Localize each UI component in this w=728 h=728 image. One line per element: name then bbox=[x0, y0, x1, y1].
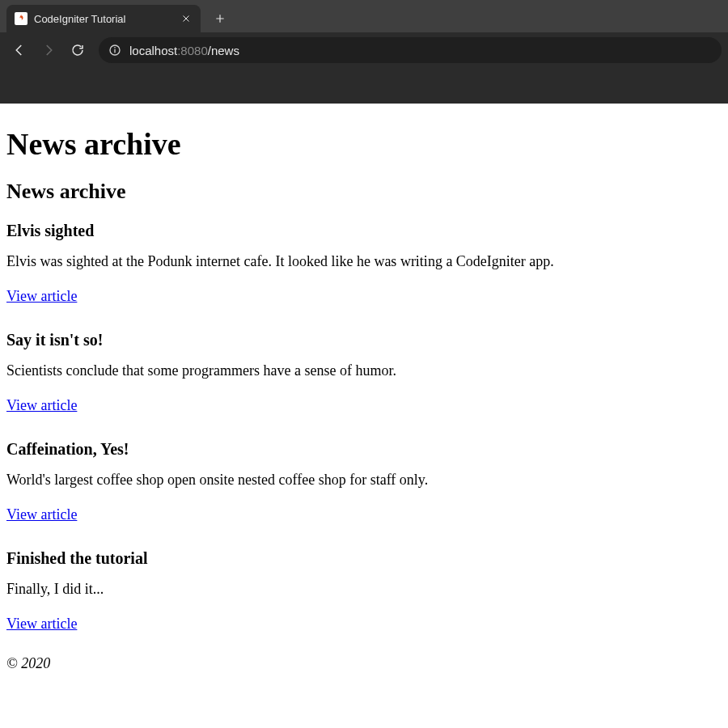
view-article-link[interactable]: View article bbox=[6, 288, 77, 305]
new-tab-button[interactable] bbox=[209, 7, 231, 30]
page-footer: © 2020 bbox=[6, 655, 722, 672]
svg-rect-2 bbox=[114, 47, 115, 48]
tab-title: CodeIgniter Tutorial bbox=[34, 13, 173, 25]
article-body: Elvis was sighted at the Podunk internet… bbox=[6, 253, 722, 270]
view-article-link[interactable]: View article bbox=[6, 616, 77, 633]
tab-strip: CodeIgniter Tutorial bbox=[0, 0, 728, 32]
browser-toolbar: localhost:8080/news bbox=[0, 32, 728, 68]
url-host: localhost bbox=[129, 44, 177, 57]
section-heading: News archive bbox=[6, 180, 722, 204]
url-text: localhost:8080/news bbox=[129, 44, 239, 57]
forward-button[interactable] bbox=[36, 37, 61, 63]
url-port: :8080 bbox=[177, 44, 208, 57]
svg-rect-1 bbox=[114, 49, 115, 53]
close-icon[interactable] bbox=[180, 12, 193, 25]
back-button[interactable] bbox=[6, 37, 32, 63]
article-title: Caffeination, Yes! bbox=[6, 440, 722, 459]
browser-chrome: CodeIgniter Tutorial localhost:8080/news bbox=[0, 0, 728, 104]
article-body: World's largest coffee shop open onsite … bbox=[6, 472, 722, 489]
url-path: /news bbox=[208, 44, 239, 57]
view-article-link[interactable]: View article bbox=[6, 506, 77, 523]
page-content: News archive News archive Elvis sightedE… bbox=[0, 104, 728, 688]
article-title: Say it isn't so! bbox=[6, 331, 722, 349]
article-body: Finally, I did it... bbox=[6, 581, 722, 598]
browser-tab[interactable]: CodeIgniter Tutorial bbox=[6, 5, 201, 32]
codeigniter-flame-icon bbox=[15, 12, 28, 25]
bookmarks-bar-area bbox=[0, 68, 728, 104]
article-title: Elvis sighted bbox=[6, 222, 722, 240]
address-bar[interactable]: localhost:8080/news bbox=[99, 37, 722, 63]
articles-list: Elvis sightedElvis was sighted at the Po… bbox=[6, 222, 722, 641]
site-info-icon[interactable] bbox=[108, 44, 121, 57]
reload-button[interactable] bbox=[65, 37, 91, 63]
page-title: News archive bbox=[6, 126, 722, 162]
article-body: Scientists conclude that some programmer… bbox=[6, 362, 722, 379]
article-title: Finished the tutorial bbox=[6, 549, 722, 568]
view-article-link[interactable]: View article bbox=[6, 397, 77, 414]
